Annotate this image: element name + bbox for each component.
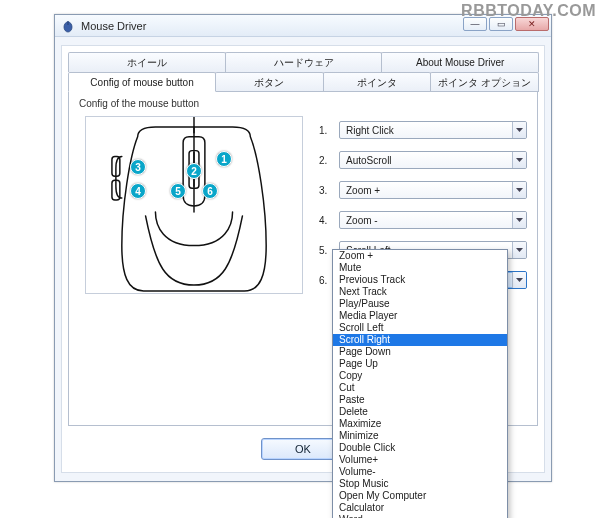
- dropdown-option[interactable]: Stop Music: [333, 478, 507, 490]
- combo-4[interactable]: Zoom -: [339, 211, 527, 229]
- combo-value: Zoom +: [346, 185, 380, 196]
- dropdown-option[interactable]: Double Click: [333, 442, 507, 454]
- watermark-text: RBBTODAY.COM: [457, 0, 600, 22]
- app-icon: [61, 19, 75, 33]
- dropdown-option[interactable]: Volume+: [333, 454, 507, 466]
- tab-row-2: Config of mouse button ボタン ポインタ ポインタ オプシ…: [68, 72, 538, 92]
- tab-strip: ホイール ハードウェア About Mouse Driver Config of…: [68, 52, 538, 92]
- dropdown-option[interactable]: Word: [333, 514, 507, 518]
- section-label: Config of the mouse button: [79, 98, 199, 109]
- mouse-diagram: 1 2 3 4 5 6: [85, 116, 303, 294]
- tab-label: ポインタ: [357, 76, 397, 90]
- dropdown-option[interactable]: Previous Track: [333, 274, 507, 286]
- tab-pointer[interactable]: ポインタ: [323, 72, 432, 92]
- tab-label: ポインタ オプション: [438, 76, 531, 90]
- chevron-down-icon: [512, 182, 526, 198]
- window-title: Mouse Driver: [81, 20, 146, 32]
- chevron-down-icon: [512, 212, 526, 228]
- tab-pointer-options[interactable]: ポインタ オプション: [430, 72, 539, 92]
- tab-label: ハードウェア: [274, 56, 334, 70]
- dropdown-option[interactable]: Scroll Right: [333, 334, 507, 346]
- field-2: 2. AutoScroll: [319, 150, 527, 170]
- dropdown-option[interactable]: Zoom +: [333, 250, 507, 262]
- dropdown-option[interactable]: Delete: [333, 406, 507, 418]
- combo-2[interactable]: AutoScroll: [339, 151, 527, 169]
- svg-rect-1: [67, 21, 68, 25]
- dropdown-option[interactable]: Media Player: [333, 310, 507, 322]
- chevron-down-icon: [512, 152, 526, 168]
- dropdown-option[interactable]: Page Up: [333, 358, 507, 370]
- field-1: 1. Right Click: [319, 120, 527, 140]
- dropdown-option[interactable]: Page Down: [333, 346, 507, 358]
- dropdown-option[interactable]: Minimize: [333, 430, 507, 442]
- dropdown-option[interactable]: Open My Computer: [333, 490, 507, 502]
- dropdown-option[interactable]: Scroll Left: [333, 322, 507, 334]
- tab-label: Config of mouse button: [90, 77, 193, 88]
- stage: Mouse Driver — ▭ ✕ ホイール ハードウェア About Mou…: [10, 14, 570, 508]
- tab-label: ボタン: [254, 76, 284, 90]
- combo-1[interactable]: Right Click: [339, 121, 527, 139]
- badge-3: 3: [130, 159, 146, 175]
- badge-6: 6: [202, 183, 218, 199]
- badge-4: 4: [130, 183, 146, 199]
- combo-6-dropdown[interactable]: Zoom +MutePrevious TrackNext TrackPlay/P…: [332, 249, 508, 518]
- mouse-illustration-svg: [86, 117, 302, 293]
- dropdown-option[interactable]: Maximize: [333, 418, 507, 430]
- dropdown-option[interactable]: Cut: [333, 382, 507, 394]
- combo-value: AutoScroll: [346, 155, 392, 166]
- field-number: 4.: [319, 215, 339, 226]
- dropdown-option[interactable]: Copy: [333, 370, 507, 382]
- badge-1: 1: [216, 151, 232, 167]
- badge-2: 2: [186, 163, 202, 179]
- tab-button[interactable]: ボタン: [215, 72, 324, 92]
- field-3: 3. Zoom +: [319, 180, 527, 200]
- combo-value: Zoom -: [346, 215, 378, 226]
- tab-config-mouse-button[interactable]: Config of mouse button: [68, 72, 216, 92]
- tab-about[interactable]: About Mouse Driver: [381, 52, 539, 72]
- tab-hardware[interactable]: ハードウェア: [225, 52, 383, 72]
- field-number: 2.: [319, 155, 339, 166]
- field-number: 3.: [319, 185, 339, 196]
- field-4: 4. Zoom -: [319, 210, 527, 230]
- tab-wheel[interactable]: ホイール: [68, 52, 226, 72]
- combo-3[interactable]: Zoom +: [339, 181, 527, 199]
- dropdown-option[interactable]: Paste: [333, 394, 507, 406]
- badge-5: 5: [170, 183, 186, 199]
- dropdown-option[interactable]: Next Track: [333, 286, 507, 298]
- chevron-down-icon: [512, 122, 526, 138]
- combo-value: Right Click: [346, 125, 394, 136]
- tab-row-1: ホイール ハードウェア About Mouse Driver: [68, 52, 538, 72]
- ok-button-label: OK: [295, 443, 311, 455]
- tab-label: About Mouse Driver: [416, 57, 504, 68]
- chevron-down-icon: [512, 242, 526, 258]
- dropdown-option[interactable]: Volume-: [333, 466, 507, 478]
- dropdown-option[interactable]: Calculator: [333, 502, 507, 514]
- chevron-down-icon: [512, 272, 526, 288]
- field-number: 1.: [319, 125, 339, 136]
- dropdown-option[interactable]: Play/Pause: [333, 298, 507, 310]
- dropdown-option[interactable]: Mute: [333, 262, 507, 274]
- tab-label: ホイール: [127, 56, 167, 70]
